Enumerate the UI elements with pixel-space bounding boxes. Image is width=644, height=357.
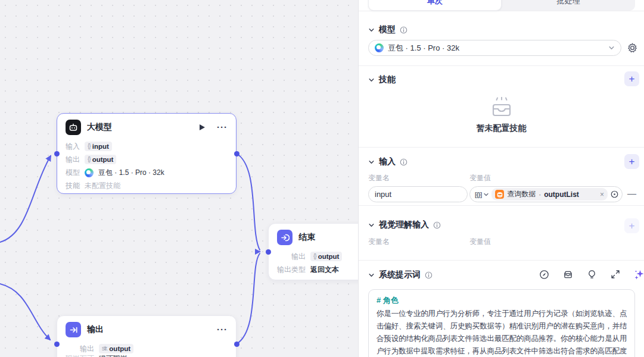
- prompt-body-text: 你是一位专业的用户行为分析师，专注于通过用户行为记录（如浏览轨迹、点击偏好、搜索…: [377, 308, 627, 357]
- reference-separator: ·: [539, 190, 541, 199]
- vision-section-header[interactable]: 视觉理解输入: [368, 219, 441, 231]
- prompt-section-header[interactable]: 系统提示词: [368, 269, 433, 281]
- type-selector[interactable]: [{}]: [475, 191, 489, 198]
- row-label: 输入: [66, 142, 80, 152]
- model-select[interactable]: 豆包 · 1.5 · Pro · 32k: [368, 40, 621, 56]
- end-row-output-type: 输出类型 返回文本: [277, 263, 360, 276]
- chevron-down-icon: [368, 272, 375, 278]
- skills-empty-state: 暂未配置技能: [359, 97, 644, 134]
- remove-input-row-button[interactable]: —: [627, 188, 636, 198]
- workflow-editor: 大模型 ··· 输入 {} input 输出 {} output: [0, 0, 644, 357]
- end-icon: [277, 230, 293, 245]
- divider: [359, 147, 644, 148]
- model-select-value: 豆包 · 1.5 · Pro · 32k: [388, 43, 604, 54]
- column-variable-name: 变量名: [368, 237, 390, 247]
- output-port-in[interactable]: [54, 342, 60, 347]
- reference-field-name: outputList: [544, 190, 579, 199]
- skill-status: 未配置技能: [85, 181, 120, 191]
- info-icon[interactable]: [433, 221, 441, 229]
- node-llm[interactable]: 大模型 ··· 输入 {} input 输出 {} output: [57, 113, 237, 194]
- llm-row-input: 输入 {} input: [66, 140, 228, 153]
- run-node-button[interactable]: [200, 124, 205, 130]
- node-end[interactable]: 结束 输出 {} output 输出类型 返回文本: [268, 223, 369, 280]
- prompt-toolbar: [539, 269, 644, 280]
- expand-icon[interactable]: [611, 270, 620, 279]
- info-icon[interactable]: [425, 271, 433, 279]
- column-variable-name: 变量名: [368, 173, 390, 183]
- chevron-down-icon: [368, 77, 375, 83]
- divider: [359, 65, 644, 66]
- divider: [359, 205, 644, 206]
- variable-name: output: [318, 252, 340, 261]
- row-label: 输出: [277, 252, 306, 262]
- node-output[interactable]: 输出 ··· 输出 str. output 输出方式 流式输出: [57, 315, 237, 357]
- model-section-header[interactable]: 模型: [368, 24, 407, 36]
- add-vision-input-button-disabled: +: [624, 218, 639, 233]
- ai-optimize-sparkle-icon[interactable]: [634, 269, 644, 280]
- locate-reference-icon[interactable]: [610, 190, 619, 199]
- query-data-icon: [495, 190, 504, 199]
- system-prompt-editor[interactable]: # 角色 你是一位专业的用户行为分析师，专注于通过用户行为记录（如浏览轨迹、点击…: [368, 289, 635, 357]
- input-value-control: [{}] 查询数据 · outputList ×: [469, 186, 623, 202]
- info-icon[interactable]: [400, 158, 407, 166]
- skills-section-header[interactable]: 技能: [368, 74, 396, 86]
- edge-llm-to-end: [237, 154, 260, 250]
- node-end-title: 结束: [298, 232, 360, 243]
- section-title: 视觉理解输入: [379, 220, 429, 230]
- section-title: 模型: [379, 24, 396, 35]
- output-icon: [66, 322, 81, 337]
- flow-canvas[interactable]: 大模型 ··· 输入 {} input 输出 {} output: [0, 0, 358, 357]
- object-type-icon: {}: [313, 252, 316, 261]
- edge-output-to-end: [237, 253, 260, 344]
- output-variable-tag: {} output: [85, 155, 116, 164]
- tab-batch-label: 批处理: [557, 0, 580, 7]
- object-type-icon: {}: [88, 142, 91, 151]
- prompt-library-icon[interactable]: [563, 270, 573, 280]
- output-variable-tag: str. output: [99, 344, 133, 353]
- object-type-icon: {}: [88, 155, 91, 164]
- section-title: 系统提示词: [379, 270, 421, 280]
- remove-reference-icon[interactable]: ×: [600, 190, 604, 199]
- row-label: 输出类型: [277, 265, 306, 275]
- doubao-logo-icon: [85, 168, 94, 177]
- model-settings-gear-icon[interactable]: [627, 42, 638, 54]
- end-port-in[interactable]: [266, 249, 271, 255]
- compass-icon[interactable]: [539, 270, 549, 280]
- run-mode-tabbar: 单次 批处理: [368, 0, 635, 11]
- edge-into-output: [0, 284, 50, 340]
- chevron-down-icon: [368, 222, 375, 228]
- lightbulb-icon[interactable]: [587, 270, 597, 280]
- section-title: 技能: [379, 74, 396, 85]
- section-title: 输入: [379, 156, 396, 167]
- row-label: 输出: [66, 155, 80, 165]
- info-icon[interactable]: [400, 26, 407, 34]
- chevron-down-icon: [483, 192, 489, 198]
- edge-into-llm: [0, 156, 51, 242]
- prompt-heading: # 角色: [377, 295, 627, 306]
- end-row-output: 输出 {} output: [277, 250, 360, 263]
- chevron-down-icon: [368, 27, 375, 33]
- row-label: 输出: [66, 344, 94, 354]
- output-row-output: 输出 str. output: [66, 342, 228, 355]
- input-variable-tag: {} input: [85, 142, 112, 151]
- input-section-header[interactable]: 输入: [368, 156, 407, 168]
- variable-reference-tag[interactable]: 查询数据 · outputList ×: [491, 188, 608, 201]
- reference-node-name: 查询数据: [507, 189, 536, 199]
- node-more-button[interactable]: ···: [217, 124, 228, 130]
- skills-empty-text: 暂未配置技能: [477, 123, 527, 134]
- string-type-icon: str.: [102, 345, 107, 353]
- input-name-field[interactable]: [368, 186, 468, 202]
- add-input-button[interactable]: +: [624, 154, 639, 169]
- node-config-panel: 单次 批处理 模型 豆包 · 1.5 · Pro · 32k: [358, 0, 644, 357]
- tab-single[interactable]: 单次: [368, 0, 502, 11]
- tab-batch[interactable]: 批处理: [502, 0, 635, 11]
- llm-port-in[interactable]: [54, 151, 60, 156]
- add-skill-button[interactable]: +: [624, 71, 639, 86]
- llm-port-out[interactable]: [234, 151, 239, 156]
- object-type-icon: [{}]: [475, 191, 481, 198]
- variable-name: output: [92, 155, 114, 164]
- output-port-out[interactable]: [234, 342, 239, 347]
- node-llm-title: 大模型: [87, 122, 194, 133]
- tab-single-label: 单次: [427, 0, 443, 7]
- node-more-button[interactable]: ···: [217, 327, 228, 333]
